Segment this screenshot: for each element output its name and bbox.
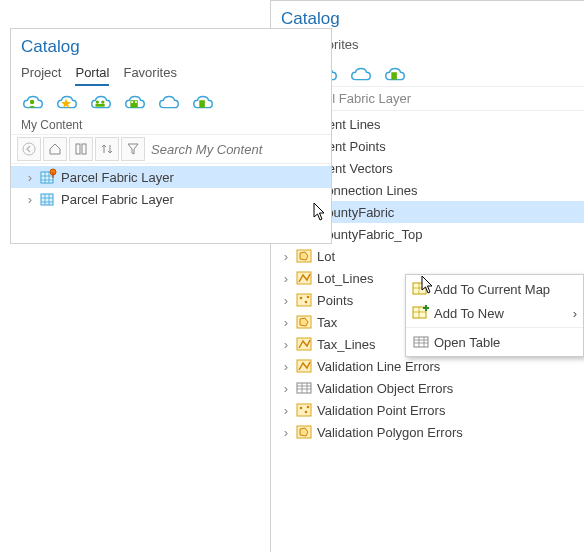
catalog-pane-front: Catalog Project Portal Favorites My Cont… <box>10 28 332 244</box>
context-item-label: Open Table <box>434 335 500 350</box>
svg-rect-37 <box>135 101 137 103</box>
point-fc-icon <box>295 401 313 419</box>
list-item-label: Connection Lines <box>317 183 417 198</box>
tab-portal[interactable]: Portal <box>75 63 109 86</box>
list-item-label: Parcel Fabric Layer <box>61 192 174 207</box>
list-item-label: Validation Object Errors <box>317 381 453 396</box>
list-item-label: Validation Line Errors <box>317 359 440 374</box>
svg-rect-45 <box>41 194 53 205</box>
cloud-star-icon[interactable] <box>55 94 79 112</box>
poly-fc-icon <box>295 423 313 441</box>
content-list-front: › Parcel Fabric Layer› Parcel Fabric Lay… <box>11 164 331 216</box>
chevron-right-icon: › <box>281 249 291 264</box>
cloud-plain-green-icon[interactable] <box>191 94 215 112</box>
context-item-label: Add To Current Map <box>434 282 550 297</box>
home-icon[interactable] <box>43 137 67 161</box>
svg-point-29 <box>307 406 310 409</box>
cloud-plain-icon[interactable] <box>157 94 181 112</box>
chevron-right-icon: › <box>25 170 35 185</box>
line-fc-icon <box>295 269 313 287</box>
svg-rect-50 <box>414 337 428 347</box>
cloud-toolbar-front <box>11 88 331 114</box>
cloud-plain-green-icon[interactable] <box>383 66 407 84</box>
cloud-groups-icon[interactable] <box>89 94 113 112</box>
context-item-open-table[interactable]: Open Table <box>406 330 583 354</box>
svg-point-20 <box>305 301 308 304</box>
columns-icon[interactable] <box>69 137 93 161</box>
list-item[interactable]: › Validation Line Errors <box>271 355 584 377</box>
filter-icon[interactable] <box>121 137 145 161</box>
svg-point-33 <box>101 100 104 103</box>
poly-fc-icon <box>295 313 313 331</box>
list-item[interactable]: › Parcel Fabric Layer <box>11 188 331 210</box>
chevron-right-icon: › <box>281 293 291 308</box>
chevron-right-icon: › <box>281 359 291 374</box>
separator <box>406 327 583 328</box>
context-menu: Add To Current Map Add To New › Open Tab… <box>405 274 584 357</box>
svg-point-19 <box>300 297 303 300</box>
sort-icon[interactable] <box>95 137 119 161</box>
svg-rect-18 <box>297 294 311 306</box>
tabs-front: Project Portal Favorites <box>11 59 331 88</box>
list-item[interactable]: › Validation Polygon Errors <box>271 421 584 443</box>
svg-rect-40 <box>76 144 80 154</box>
svg-point-32 <box>96 100 99 103</box>
poly-fc-icon <box>295 247 313 265</box>
chevron-right-icon: › <box>281 403 291 418</box>
svg-rect-26 <box>297 404 311 416</box>
svg-rect-38 <box>199 100 205 107</box>
point-fc-icon <box>295 291 313 309</box>
svg-rect-41 <box>82 144 86 154</box>
list-item[interactable]: › Lot <box>271 245 584 267</box>
line-fc-icon <box>295 357 313 375</box>
list-item-label: Parcel Fabric Layer <box>61 170 174 185</box>
svg-rect-23 <box>297 338 311 350</box>
svg-rect-17 <box>297 272 311 284</box>
svg-point-27 <box>300 407 303 410</box>
list-item[interactable]: › Parcel Fabric Layer <box>11 166 331 188</box>
list-item-label: Tax <box>317 315 337 330</box>
fabric-icon <box>39 190 57 208</box>
cloud-org-green-icon[interactable] <box>123 94 147 112</box>
list-item-label: Tax_Lines <box>317 337 376 352</box>
svg-rect-4 <box>391 72 397 79</box>
search-input-front[interactable] <box>147 140 325 159</box>
pane-title-back: Catalog <box>271 1 584 31</box>
svg-rect-44 <box>52 172 53 178</box>
svg-rect-24 <box>297 360 311 372</box>
svg-rect-25 <box>297 383 311 393</box>
map-add-icon <box>412 304 430 322</box>
svg-point-28 <box>305 411 308 414</box>
list-item-label: CountyFabric_Top <box>317 227 423 242</box>
chevron-right-icon: › <box>281 271 291 286</box>
cloud-plain-icon[interactable] <box>349 66 373 84</box>
cloud-person-green-icon[interactable] <box>21 94 45 112</box>
fabric-pin-icon <box>39 168 57 186</box>
list-item-label: Validation Polygon Errors <box>317 425 463 440</box>
back-arrow[interactable] <box>17 137 41 161</box>
list-item[interactable]: › Validation Object Errors <box>271 377 584 399</box>
chevron-right-icon: › <box>281 425 291 440</box>
context-item-add-to-new[interactable]: Add To New › <box>406 301 583 325</box>
chevron-right-icon: › <box>281 337 291 352</box>
line-fc-icon <box>295 335 313 353</box>
tab-project[interactable]: Project <box>21 63 61 86</box>
svg-rect-34 <box>95 104 104 107</box>
list-item-label: Lot <box>317 249 335 264</box>
map-add-icon <box>412 280 430 298</box>
chevron-right-icon: › <box>281 381 291 396</box>
table-icon <box>412 333 430 351</box>
svg-rect-36 <box>131 101 133 103</box>
chevron-right-icon: › <box>573 306 577 321</box>
list-item-label: Validation Point Errors <box>317 403 445 418</box>
context-item-label: Add To New <box>434 306 504 321</box>
chevron-right-icon: › <box>281 315 291 330</box>
tab-favorites[interactable]: Favorites <box>123 63 176 86</box>
context-item-add-to-current-map[interactable]: Add To Current Map <box>406 277 583 301</box>
svg-point-21 <box>307 296 310 299</box>
nav-row-front <box>11 134 331 164</box>
pane-title-front: Catalog <box>11 29 331 59</box>
list-item-label: Lot_Lines <box>317 271 373 286</box>
table-icon <box>295 379 313 397</box>
list-item[interactable]: › Validation Point Errors <box>271 399 584 421</box>
